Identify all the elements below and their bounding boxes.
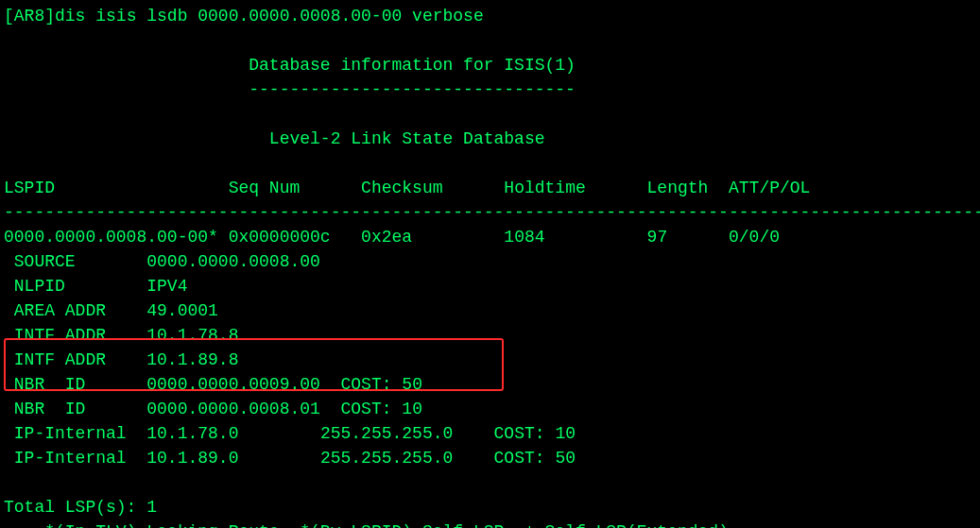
areaaddr-value: 49.0001 xyxy=(146,301,218,320)
source-label: SOURCE xyxy=(14,252,76,271)
intf2-label: INTF ADDR xyxy=(14,350,106,369)
entry-checksum: 0x2ea xyxy=(361,228,412,247)
nlpid-label: NLPID xyxy=(14,277,65,296)
nbr2-cost-value: 10 xyxy=(402,400,422,418)
ipi2-cost-value: 50 xyxy=(555,449,576,468)
intf2-value: 10.1.89.8 xyxy=(146,350,238,369)
section-title: Level-2 Link State Database xyxy=(269,129,545,148)
prompt: [AR8] xyxy=(4,7,55,26)
legend-line1: *(In TLV)-Leaking Route, *(By LSPID)-Sel… xyxy=(44,522,739,528)
col-lspid: LSPID xyxy=(4,179,55,197)
ipi2-cost-label: COST: xyxy=(494,449,545,468)
command-text: dis isis lsdb 0000.0000.0008.00-00 verbo… xyxy=(55,7,484,26)
total-label: Total LSP(s): xyxy=(4,498,136,517)
nbr2-label: NBR ID xyxy=(14,400,86,418)
nbr2-value: 0000.0000.0008.01 xyxy=(146,400,320,418)
intf1-value: 10.1.78.8 xyxy=(146,326,238,345)
entry-holdtime: 1084 xyxy=(504,228,544,247)
db-info-header: Database information for ISIS(1) xyxy=(249,56,576,75)
col-attpol: ATT/P/OL xyxy=(729,179,810,197)
ipi1-cost-value: 10 xyxy=(555,424,576,443)
ipi2-mask: 255.255.255.0 xyxy=(320,449,453,468)
intf1-label: INTF ADDR xyxy=(14,326,106,345)
ipi1-net: 10.1.78.0 xyxy=(146,424,238,443)
nbr1-value: 0000.0000.0009.00 xyxy=(146,375,320,394)
nbr1-cost-value: 50 xyxy=(402,375,422,394)
col-length: Length xyxy=(647,179,709,197)
nbr2-cost-label: COST: xyxy=(341,400,392,418)
areaaddr-label: AREA ADDR xyxy=(14,301,106,320)
entry-length: 97 xyxy=(647,228,668,247)
ipi1-mask: 255.255.255.0 xyxy=(320,424,453,443)
col-checksum: Checksum xyxy=(361,179,442,197)
entry-attpol: 0/0/0 xyxy=(729,228,780,247)
terminal-output: [AR8]dis isis lsdb 0000.0000.0008.00-00 … xyxy=(0,0,980,528)
header-rule: -------------------------------- xyxy=(249,80,576,99)
ipi1-label: IP-Internal xyxy=(14,424,127,443)
nlpid-value: IPV4 xyxy=(146,277,187,296)
ipi2-net: 10.1.89.0 xyxy=(146,449,238,468)
ipi1-cost-label: COST: xyxy=(494,424,545,443)
entry-lspid: 0000.0000.0008.00-00* xyxy=(4,228,218,247)
total-value: 1 xyxy=(146,498,157,517)
ipi2-label: IP-Internal xyxy=(14,449,127,468)
nbr1-label: NBR ID xyxy=(14,375,86,394)
nbr1-cost-label: COST: xyxy=(341,375,392,394)
entry-seqnum: 0x0000000c xyxy=(229,228,331,247)
col-seqnum: Seq Num xyxy=(229,179,301,197)
col-holdtime: Holdtime xyxy=(504,179,585,197)
source-value: 0000.0000.0008.00 xyxy=(146,252,320,271)
divider: ----------------------------------------… xyxy=(4,203,980,222)
